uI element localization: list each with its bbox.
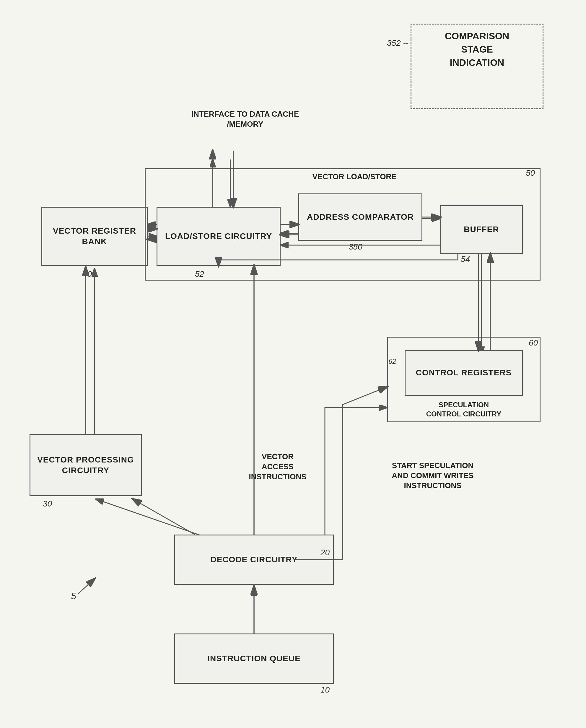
ref-5: 5 xyxy=(71,591,76,602)
vector-load-store-outer xyxy=(145,168,540,281)
ref-10: 10 xyxy=(321,685,330,695)
ref-20: 20 xyxy=(321,548,330,557)
comparison-stage-label: COMPARISONSTAGEINDICATION xyxy=(412,29,542,69)
interface-label: INTERFACE TO DATA CACHE/MEMORY xyxy=(171,109,319,129)
decode-circuitry-block: DECODE CIRCUITRY xyxy=(174,535,334,585)
vector-processing-block: VECTOR PROCESSING CIRCUITRY xyxy=(29,434,142,496)
ref-352: 352 -- xyxy=(387,38,408,48)
start-speculation-label: START SPECULATIONAND COMMIT WRITESINSTRU… xyxy=(369,461,496,491)
diagram-container: COMPARISONSTAGEINDICATION 352 -- 50 VECT… xyxy=(0,0,586,728)
ref-40: 40 xyxy=(83,269,92,279)
instruction-queue-block: INSTRUCTION QUEUE xyxy=(174,633,334,684)
vector-access-label: VECTORACCESSINSTRUCTIONS xyxy=(233,452,322,482)
ref-30: 30 xyxy=(43,499,52,509)
svg-line-3 xyxy=(96,499,207,538)
speculation-control-outer xyxy=(387,337,540,422)
vector-register-bank-block: VECTOR REGISTER BANK xyxy=(41,207,148,266)
